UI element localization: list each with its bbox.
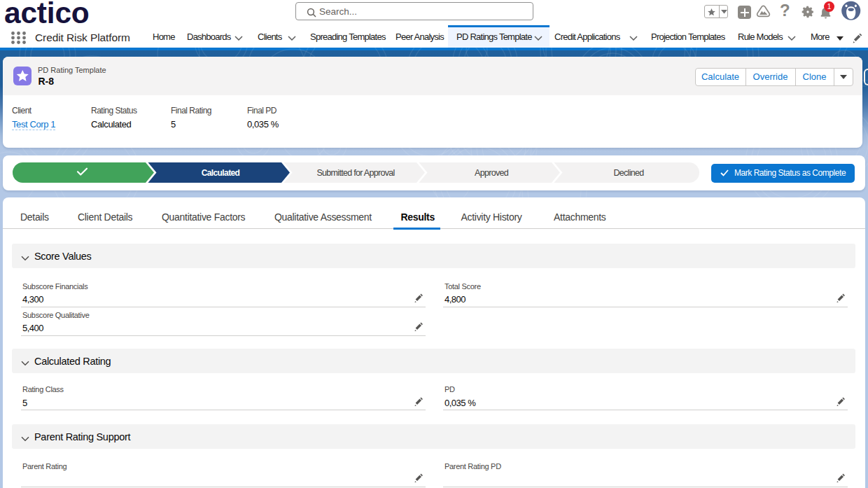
svg-text:Approved: Approved <box>475 168 509 178</box>
svg-text:Declined: Declined <box>613 168 644 178</box>
svg-text:Calculated: Calculated <box>201 168 239 178</box>
svg-text:Submitted for Approval: Submitted for Approval <box>316 168 394 178</box>
